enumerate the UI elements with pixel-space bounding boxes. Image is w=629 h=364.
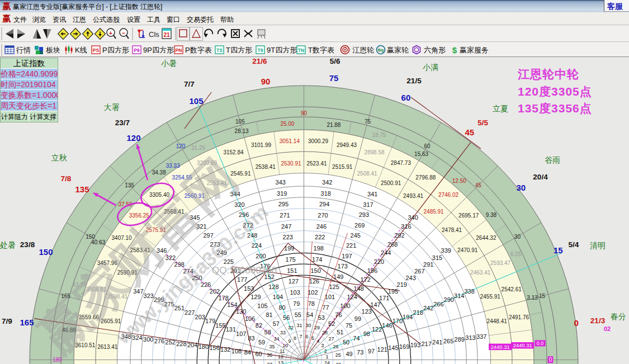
svg-text:243: 243 [405,275,415,281]
svg-text:150: 150 [39,247,53,257]
svg-text:0.0: 0.0 [537,341,544,346]
svg-text:13: 13 [278,360,283,364]
svg-text:97: 97 [368,348,375,354]
svg-text:3101.99: 3101.99 [251,142,272,148]
svg-text:30: 30 [306,323,311,328]
svg-text:127: 127 [289,278,299,285]
svg-text:7/7: 7/7 [184,80,195,88]
svg-text:265: 265 [443,338,453,344]
svg-text:36: 36 [267,352,272,358]
svg-text:153: 153 [244,285,254,292]
svg-text:276: 276 [154,338,164,344]
svg-text:24: 24 [324,360,330,364]
svg-text:48: 48 [335,362,341,364]
svg-text:52: 52 [328,320,335,327]
svg-text:2478.41: 2478.41 [442,227,462,233]
svg-text:339: 339 [441,247,451,254]
svg-text:145: 145 [388,344,398,351]
svg-text:45: 45 [465,127,474,137]
svg-text:226: 226 [201,281,211,288]
svg-text:193: 193 [410,342,420,348]
svg-text:2796.88: 2796.88 [415,174,436,181]
svg-text:20/4: 20/4 [533,173,548,181]
svg-text:297: 297 [203,232,213,239]
svg-text:155: 155 [215,322,225,329]
svg-text:10: 10 [282,343,288,348]
svg-text:T9: T9 [258,48,263,53]
svg-text:126: 126 [309,278,319,285]
svg-text:105: 105 [235,119,245,125]
svg-text:51: 51 [337,329,343,335]
svg-text:29: 29 [314,325,320,330]
svg-text:0: 0 [549,357,552,363]
svg-text:316: 316 [401,223,411,230]
svg-text:21: 21 [163,32,170,38]
svg-text:2542.61: 2542.61 [502,286,522,292]
svg-text:21/3: 21/3 [590,316,606,325]
svg-text:73: 73 [357,349,363,356]
svg-text:15: 15 [539,293,546,299]
svg-text:269: 269 [354,222,365,229]
svg-text:178: 178 [219,295,229,301]
svg-text:295: 295 [278,201,289,207]
svg-text:5/4: 5/4 [569,240,579,249]
svg-text:75: 75 [346,322,352,329]
svg-text:32: 32 [288,325,294,330]
svg-text:169: 169 [399,343,409,350]
svg-text:293: 293 [359,211,369,218]
svg-text:8: 8 [294,335,296,341]
svg-text:2515.91: 2515.91 [332,164,353,170]
svg-text:60: 60 [401,93,411,102]
svg-text:340: 340 [408,214,418,221]
svg-text:2538.41: 2538.41 [256,164,276,170]
svg-text:343: 343 [276,179,286,186]
svg-text:224: 224 [252,242,262,249]
svg-text:130: 130 [236,308,246,315]
svg-text:120: 120 [126,133,140,143]
svg-text:Big: Big [378,48,384,53]
svg-text:75: 75 [365,119,371,125]
svg-text:101: 101 [325,294,335,300]
svg-text:156: 156 [209,344,219,351]
svg-text:108: 108 [231,348,242,354]
svg-text:31.25: 31.25 [191,145,205,151]
svg-text:218: 218 [413,309,423,316]
svg-text:2695.17: 2695.17 [458,212,479,219]
svg-text:319: 319 [277,190,287,197]
svg-text:49: 49 [346,351,352,357]
svg-text:0: 0 [574,318,579,328]
svg-text:195: 195 [388,288,398,295]
svg-text:2746.02: 2746.02 [438,192,459,198]
svg-text:6: 6 [305,334,308,339]
svg-text:180: 180 [198,343,209,350]
svg-text:33.33: 33.33 [166,163,180,169]
svg-text:128: 128 [268,283,278,290]
svg-text:2847.73: 2847.73 [391,160,412,166]
svg-text:1: 1 [325,354,328,360]
svg-text:300: 300 [143,336,153,343]
svg-text:194: 194 [403,314,413,320]
svg-text:5/6: 5/6 [330,57,340,65]
svg-text:−: − [122,30,125,36]
svg-text:125: 125 [329,283,339,290]
svg-text:131: 131 [226,326,236,333]
svg-text:90: 90 [261,77,271,86]
svg-text:21/5: 21/5 [406,77,422,85]
svg-text:78: 78 [308,300,315,307]
svg-text:132: 132 [220,346,230,353]
svg-text:247: 247 [281,223,291,230]
svg-text:2949.43: 2949.43 [337,142,357,148]
svg-text:84: 84 [244,349,251,356]
svg-text:135: 135 [75,185,89,194]
svg-text:267: 267 [414,268,424,275]
svg-text:2470.91: 2470.91 [457,247,478,253]
svg-text:2463.41: 2463.41 [470,270,491,276]
svg-text:小满: 小满 [423,63,438,72]
svg-text:春分: 春分 [611,312,626,321]
svg-text:5: 5 [311,335,314,341]
svg-text:35: 35 [269,344,275,349]
svg-text:30: 30 [516,183,526,192]
svg-text:251: 251 [174,305,185,311]
svg-text:83: 83 [248,335,254,342]
svg-text:313: 313 [465,334,475,341]
